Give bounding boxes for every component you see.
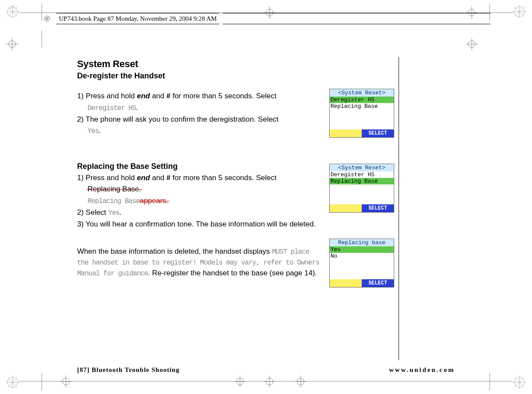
heading-system-reset: System Reset: [77, 58, 398, 70]
vertical-divider: [399, 57, 399, 360]
screen-title: <System Reset>: [330, 164, 394, 171]
softkey-select: SELECT: [362, 204, 394, 212]
page-header: UP743.book Page 87 Monday, November 29, …: [42, 13, 490, 24]
step-2-select-yes: 2) Select Yes.: [77, 207, 324, 218]
softkey-left: [330, 279, 362, 287]
trim-line-mid: [490, 373, 490, 391]
heading-deregister-handset: De-register the Handset: [77, 71, 398, 81]
registration-starburst-icon: [513, 5, 526, 18]
step-1-appears: Replacing Base appears.: [77, 196, 324, 207]
trim-line-mid: [42, 373, 42, 391]
screen-line: No: [330, 253, 394, 259]
book-reference: UP743.book Page 87 Monday, November 29, …: [59, 15, 217, 23]
screen-line: Deregister HS: [330, 171, 394, 178]
screen-line: Replacing Base: [330, 103, 394, 110]
softkey-left: [330, 129, 362, 137]
step-1-code: Deregister HS.: [77, 103, 324, 113]
cropmark-icon: [60, 375, 72, 388]
step-1-replacing: 1) Press and hold end and # for more tha…: [77, 173, 324, 184]
registration-starburst-icon: [6, 5, 19, 18]
step-2-confirm: 2) The phone will ask you to confirm the…: [77, 114, 324, 125]
footer-url: www.uniden.com: [389, 366, 455, 374]
screen-line-selected: Deregister HS: [330, 97, 394, 103]
step-3-confirmation: 3) You will hear a confirmation tone. Th…: [77, 219, 324, 230]
registration-starburst-icon: [6, 376, 19, 389]
screen-title: <System Reset>: [330, 89, 394, 97]
document-icon: [44, 16, 50, 22]
phone-screen-2: <System Reset> Deregister HS Replacing B…: [329, 164, 394, 213]
softkey-select: SELECT: [362, 129, 394, 137]
svg-line-6: [10, 6, 13, 9]
svg-line-5: [13, 6, 15, 9]
screen-line-selected: Yes: [330, 246, 394, 253]
softkey-left: [330, 204, 362, 212]
cropmark-icon: [6, 38, 18, 50]
cropmark-icon: [263, 375, 276, 388]
step-1-strike: Replacing Base.: [77, 184, 324, 195]
para-base-deleted: When the base information is deleted, th…: [77, 246, 324, 279]
registration-starburst-icon: [513, 376, 526, 389]
cropmark-icon: [295, 375, 307, 388]
softkey-select: SELECT: [362, 279, 394, 287]
screen-title: Replacing base: [330, 239, 394, 246]
cropmark-icon: [466, 38, 478, 50]
step-1-deregister: 1) Press and hold end and # for more tha…: [77, 91, 324, 102]
footer-chapter: [87] Bluetooth Trouble Shooting: [77, 366, 179, 374]
phone-screen-1: <System Reset> Deregister HS Replacing B…: [329, 89, 394, 138]
trim-line-mid: [42, 30, 42, 48]
phone-screen-3: Replacing base Yes No SELECT: [329, 239, 394, 287]
page-footer: [87] Bluetooth Trouble Shooting www.unid…: [77, 366, 455, 374]
trim-line-bottom: [19, 381, 513, 381]
screen-line-selected: Replacing Base: [330, 178, 394, 184]
cropmark-icon: [234, 375, 246, 388]
step-2-code: Yes.: [77, 126, 324, 136]
